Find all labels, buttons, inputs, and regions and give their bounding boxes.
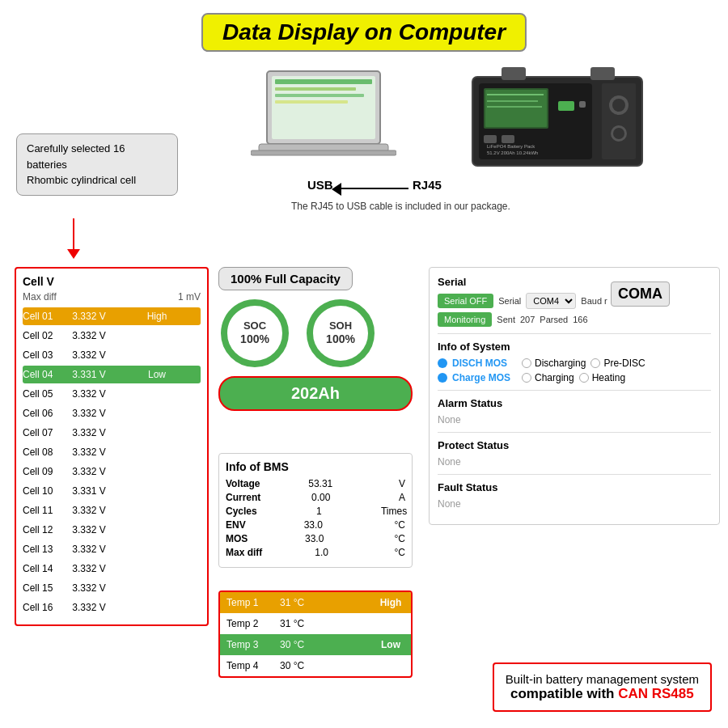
bms-row: MOS33.0°C bbox=[226, 533, 405, 544]
cell-volt: 3.332 V bbox=[65, 427, 113, 438]
heating-radio-circle bbox=[579, 373, 589, 383]
protect-value: None bbox=[438, 456, 711, 468]
divider-2 bbox=[438, 390, 711, 391]
svg-rect-4 bbox=[275, 94, 364, 97]
soc-svg: SOC 100% bbox=[218, 297, 291, 370]
cell-volt: 3.332 V bbox=[65, 349, 113, 361]
svg-rect-7 bbox=[251, 150, 396, 155]
serial-label: Serial bbox=[498, 296, 521, 306]
cell-row: Cell 103.331 V bbox=[23, 482, 201, 500]
rj45-label: RJ45 bbox=[413, 178, 442, 192]
title-banner: Data Display on Computer bbox=[201, 13, 527, 52]
cell-row: Cell 013.332 VHigh bbox=[23, 307, 201, 325]
serial-row-1: Serial OFF Serial COM4 COM1 COM3 Baud r bbox=[438, 293, 711, 309]
bms-row: Voltage53.31V bbox=[226, 478, 405, 489]
disch-dot bbox=[438, 358, 447, 368]
cell-volt: 3.332 V bbox=[65, 505, 113, 516]
alarm-section: Alarm Status None bbox=[438, 397, 711, 425]
cell-status bbox=[113, 567, 201, 570]
page-title: Data Display on Computer bbox=[222, 19, 506, 44]
svg-rect-1 bbox=[272, 76, 375, 139]
cell-volt: 3.332 V bbox=[65, 602, 113, 613]
cell-volt: 3.332 V bbox=[65, 563, 113, 574]
cell-status bbox=[113, 431, 201, 434]
callout-line1: Carefully selected 16 batteries bbox=[27, 142, 125, 171]
circles-row: SOC 100% SOH 100% bbox=[218, 297, 413, 370]
callout-bubble: Carefully selected 16 batteries Rhombic … bbox=[16, 133, 178, 196]
callout-line2: Rhombic cylindrical cell bbox=[27, 174, 136, 186]
bottom-note-highlight: CAN RS485 bbox=[618, 686, 694, 701]
cell-name: Cell 01 bbox=[23, 311, 65, 322]
sent-label: Sent bbox=[497, 315, 515, 324]
right-panel: Serial Serial OFF Serial COM4 COM1 COM3 … bbox=[429, 267, 720, 525]
cell-name: Cell 05 bbox=[23, 388, 65, 400]
sent-value: 207 bbox=[520, 315, 535, 324]
cell-name: Cell 06 bbox=[23, 408, 65, 419]
cell-status: High bbox=[113, 309, 201, 324]
cell-status bbox=[113, 509, 201, 512]
bottom-note: Built-in battery management system compa… bbox=[493, 662, 712, 712]
cell-status: Low bbox=[113, 367, 201, 382]
info-row-1: DISCH MOS Discharging Pre-DISC bbox=[438, 358, 711, 369]
discharging-radio: Discharging bbox=[522, 358, 586, 369]
cell-row: Cell 083.332 V bbox=[23, 443, 201, 461]
connection-arrow-line bbox=[336, 188, 408, 189]
cell-maxdiff-row: Max diff 1 mV bbox=[23, 291, 201, 303]
svg-rect-5 bbox=[275, 100, 348, 104]
cell-row: Cell 163.332 V bbox=[23, 599, 201, 616]
serial-com-select[interactable]: COM4 COM1 COM3 bbox=[526, 293, 576, 309]
cell-name: Cell 12 bbox=[23, 524, 65, 535]
cell-volt: 3.332 V bbox=[65, 447, 113, 458]
cell-name: Cell 11 bbox=[23, 505, 65, 516]
bottom-note-line1: Built-in battery management system bbox=[506, 672, 699, 686]
svg-point-23 bbox=[612, 99, 625, 112]
cell-volt: 3.332 V bbox=[65, 388, 113, 400]
bms-panel: Info of BMS Voltage53.31VCurrent0.00ACyc… bbox=[218, 453, 413, 568]
cell-volt: 3.332 V bbox=[65, 330, 113, 341]
svg-rect-19 bbox=[484, 135, 497, 143]
bottom-note-prefix: compatible with bbox=[510, 686, 618, 701]
svg-rect-21 bbox=[602, 83, 636, 159]
charge-mos-label: Charge MOS bbox=[452, 372, 517, 383]
protect-section: Protect Status None bbox=[438, 439, 711, 468]
svg-rect-9 bbox=[502, 67, 526, 80]
cell-status bbox=[113, 586, 201, 590]
temp-row: Temp 231 °C bbox=[220, 613, 411, 634]
fault-value: None bbox=[438, 498, 711, 510]
maxdiff-value: 1 mV bbox=[178, 291, 201, 303]
cell-row: Cell 113.332 V bbox=[23, 502, 201, 519]
parsed-value: 166 bbox=[573, 315, 587, 324]
cell-volt: 3.332 V bbox=[65, 408, 113, 419]
pre-disc-radio-circle bbox=[590, 358, 600, 368]
pre-disc-radio: Pre-DISC bbox=[590, 358, 645, 369]
cell-row: Cell 023.332 V bbox=[23, 327, 201, 345]
cell-voltage-panel: Cell V Max diff 1 mV Cell 013.332 VHighC… bbox=[15, 267, 209, 626]
disch-mos-label: DISCH MOS bbox=[452, 358, 517, 369]
ah-bar: 202Ah bbox=[218, 376, 413, 411]
monitoring-button[interactable]: Monitoring bbox=[438, 312, 492, 327]
coma-badge: COMA bbox=[611, 281, 670, 307]
maxdiff-label: Max diff bbox=[23, 291, 57, 303]
bms-row: ENV33.0°C bbox=[226, 519, 405, 531]
cell-status bbox=[113, 606, 201, 609]
cell-volt: 3.331 V bbox=[65, 485, 113, 497]
svg-rect-2 bbox=[275, 79, 372, 84]
cell-name: Cell 10 bbox=[23, 485, 65, 497]
cell-status bbox=[113, 353, 201, 357]
cell-name: Cell 14 bbox=[23, 563, 65, 574]
info-row-2: Charge MOS Charging Heating bbox=[438, 372, 711, 383]
serial-off-button[interactable]: Serial OFF bbox=[438, 294, 493, 308]
cell-panel-title: Cell V bbox=[23, 275, 201, 288]
cell-name: Cell 02 bbox=[23, 330, 65, 341]
capacity-label: 100% Full Capacity bbox=[218, 267, 353, 290]
svg-text:LiFePO4 Battery Pack: LiFePO4 Battery Pack bbox=[487, 144, 535, 149]
cell-name: Cell 09 bbox=[23, 466, 65, 477]
connection-arrow-head bbox=[332, 183, 341, 196]
temp-row: Temp 430 °C bbox=[220, 655, 411, 676]
fault-section: Fault Status None bbox=[438, 481, 711, 510]
bms-row: Current0.00A bbox=[226, 492, 405, 503]
cell-row: Cell 063.332 V bbox=[23, 404, 201, 422]
svg-rect-18 bbox=[579, 101, 586, 108]
svg-rect-3 bbox=[275, 87, 356, 91]
soh-circle: SOH 100% bbox=[304, 297, 377, 370]
